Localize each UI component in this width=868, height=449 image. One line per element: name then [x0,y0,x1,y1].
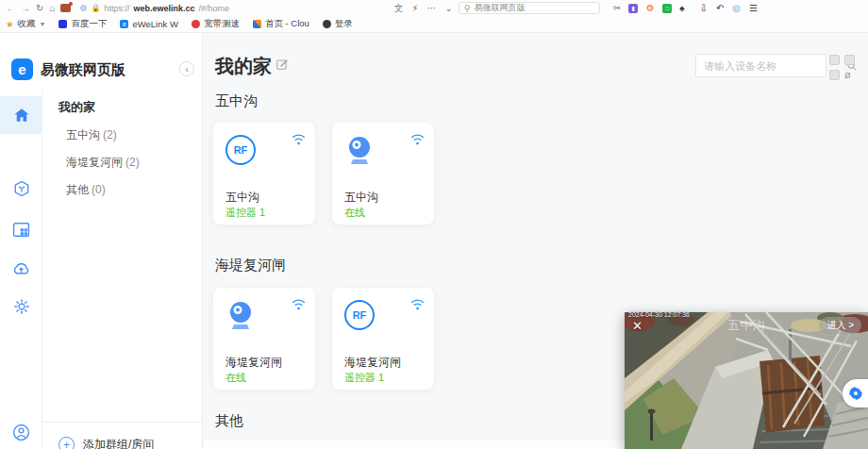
device-card-rf-haidifuhezha[interactable]: RF 海堤复河闸 遥控器 1 [332,288,434,390]
device-search [695,54,826,77]
add-group-room-button[interactable]: + 添加群组/房间 [58,437,154,449]
camera-preview-overlay[interactable]: 2024-04-30 12:07:36 ✕ 五中沟 进入 > [625,312,868,449]
device-card-rf-wuzhonggou[interactable]: RF 五中沟 遥控器 1 [213,123,315,224]
device-status: 遥控器 1 [344,371,384,385]
enter-camera-button[interactable]: 进入 > [819,317,861,334]
bookmark-homepage[interactable]: 首页 - Clou [253,18,309,30]
view-grid-3-icon[interactable] [829,70,840,80]
sidebar: e 易微联网页版 ‹ 我的家 五 [0,33,203,449]
site-permission-icon[interactable] [80,5,87,11]
view-grid-1-icon[interactable] [829,55,840,65]
device-card-camera-wuzhonggou[interactable]: 五中沟 在线 [332,123,434,224]
browser-sphere-icon[interactable]: ◎ [732,4,741,13]
reload-icon[interactable]: ↻ [36,4,43,13]
view-toggle: ø [829,55,860,82]
menu-home-label[interactable]: 我的家 [58,99,95,116]
extension-icons: ✂ ▮ ⚙ □ ♠ [613,4,685,13]
green-extension-icon[interactable]: □ [662,4,672,13]
paw-extension-icon[interactable]: ♠ [679,4,684,13]
cloud-upload-icon [12,261,30,276]
sidebar-menu: 我的家 五中沟(2) 海堤复河闸(2) 其他(0) + 添加群组/房间 [42,90,203,449]
nav-cloud-upload[interactable] [0,250,42,288]
scissors-icon[interactable]: ✂ [613,4,621,13]
camera-icon [344,135,375,171]
page-title: 我的家 [215,54,272,79]
hide-view-icon[interactable]: ø [844,70,856,81]
lightning-icon[interactable]: ⚡ [411,4,418,13]
game-extension-icon[interactable]: ⚙ [645,4,655,13]
homepage-icon [253,20,261,28]
camera-icon [225,300,256,336]
app-title: 易微联网页版 [41,61,125,79]
star-icon: ★ [6,19,14,29]
close-icon[interactable]: ✕ [632,319,643,333]
rf-bridge-icon: RF [225,135,256,165]
briefcase-extension-icon[interactable] [60,4,71,12]
device-card-camera-haidifuhezha[interactable]: 海堤复河闸 在线 [213,288,315,390]
url-scheme: https:// [104,4,129,13]
favorites-label: 收藏 [18,18,36,30]
translate-icon[interactable]: 文 [393,4,403,13]
device-name: 海堤复河闸 [225,355,282,371]
wifi-icon [410,132,425,149]
room-item-other[interactable]: 其他(0) [66,182,106,198]
gear-icon [13,298,30,315]
purple-extension-icon[interactable]: ▮ [628,4,638,13]
search-icon: ⚲ [464,4,471,13]
camera-timestamp: 2024-04-30 12:07:36 [628,311,690,318]
edit-home-name-icon[interactable] [275,58,289,75]
url-path: /#/home [198,4,229,13]
download-icon[interactable]: ⇩ [700,4,708,13]
bookmark-baidu[interactable]: 百度一下 [58,18,107,30]
nav-home[interactable] [0,96,42,134]
menu-divider [42,422,203,423]
bookmarks-bar: ★ 收藏 ▼ 百度一下 eeWeLink W 宽带测速 首页 - Clou 登录 [0,16,868,33]
toolbar-mid-icons: 文 ⚡ ⋯ ⌄ [393,4,452,13]
nav-settings[interactable] [0,288,42,325]
user-icon [12,424,30,441]
room-item-haidifuhezha[interactable]: 海堤复河闸(2) [66,155,140,171]
chevron-down-icon[interactable]: ⌄ [444,4,452,13]
ewelink-logo: e [11,58,33,80]
bookmark-speedtest[interactable]: 宽带测速 [192,18,240,30]
baidu-icon [58,20,67,28]
more-icon[interactable]: ⋯ [426,4,436,13]
bookmark-login[interactable]: 登录 [323,18,353,30]
camera-watermark: 五中沟 [728,317,765,334]
device-name: 五中沟 [225,190,259,206]
device-status: 在线 [344,206,365,220]
home-icon[interactable]: ⌂ [49,4,55,13]
back-icon[interactable]: ← [6,4,15,13]
url-bar[interactable]: 🔒 https://web.ewelink.cc/#/home [76,2,388,14]
device-name: 海堤复河闸 [344,355,401,371]
camera-service-button[interactable] [843,379,868,407]
caret-down-icon: ▼ [40,21,46,27]
wifi-icon [292,132,306,149]
favorites-menu[interactable]: ★ 收藏 ▼ [6,18,45,30]
browser-chrome: ← → ↻ ⌂ 🔒 https://web.ewelink.cc/#/home … [0,0,868,33]
add-group-room-label: 添加群组/房间 [83,437,154,449]
toolbar-right-icons: ⇩ ↶ ◎ ☰ [700,4,758,13]
menu-icon[interactable]: ☰ [749,4,758,13]
scene-hexagon-icon [13,180,30,197]
section-title-other: 其他 [215,412,243,430]
room-item-wuzhonggou[interactable]: 五中沟(2) [66,127,117,143]
nav-devices[interactable] [0,210,42,248]
toolbar-search-text: 易微联网页版 [474,2,525,14]
device-search-input[interactable] [696,55,845,76]
sidebar-collapse-button[interactable]: ‹ [179,61,194,76]
camera-service-icon [848,386,863,401]
view-grid-2-icon[interactable] [844,55,855,65]
nav-scenes[interactable] [0,170,42,208]
device-panel-icon [12,222,30,238]
wifi-icon [410,297,425,314]
nav-account[interactable] [0,413,42,449]
forward-icon[interactable]: → [21,4,30,13]
section-title-wuzhonggou: 五中沟 [215,92,258,110]
device-name: 五中沟 [344,190,378,206]
device-status: 遥控器 1 [225,206,265,220]
undo-icon[interactable]: ↶ [716,4,724,13]
toolbar-search-box[interactable]: ⚲ 易微联网页版 [459,2,600,14]
bookmark-ewelink[interactable]: eeWeLink W [120,19,177,29]
nav-rail [0,90,42,449]
